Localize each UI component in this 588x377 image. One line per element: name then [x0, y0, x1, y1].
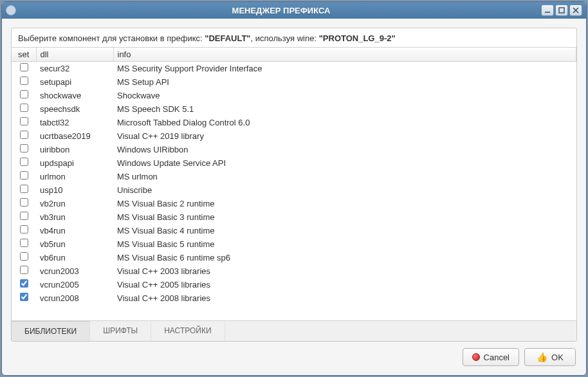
- instruction-wine-value: "PROTON_LG_9-2": [319, 33, 396, 43]
- app-icon: [6, 5, 16, 15]
- components-table: set dll info secur32MS Security Support …: [12, 48, 576, 305]
- row-checkbox[interactable]: [20, 239, 28, 247]
- row-dll-cell: uiribbon: [36, 143, 113, 156]
- table-row[interactable]: vcrun2008Visual C++ 2008 libraries: [12, 291, 576, 305]
- table-row[interactable]: vb6runMS Visual Basic 6 runtime sp6: [12, 251, 576, 264]
- window-controls: [541, 5, 582, 16]
- row-checkbox[interactable]: [20, 104, 28, 112]
- table-row[interactable]: updspapiWindows Update Service API: [12, 156, 576, 170]
- row-checkbox[interactable]: [20, 171, 28, 179]
- row-checkbox[interactable]: [20, 63, 28, 71]
- ok-icon: 👍: [537, 353, 547, 362]
- row-checkbox-cell: [12, 170, 36, 183]
- row-info-cell: Windows UIRibbon: [113, 143, 576, 156]
- row-dll-cell: vb2run: [36, 197, 113, 210]
- row-info-cell: MS Security Support Provider Interface: [113, 62, 576, 75]
- row-dll-cell: vcrun2003: [36, 264, 113, 278]
- row-checkbox[interactable]: [20, 252, 28, 261]
- row-checkbox-cell: [12, 143, 36, 156]
- table-row[interactable]: vb3runMS Visual Basic 3 runtime: [12, 210, 576, 224]
- svg-rect-1: [559, 8, 564, 13]
- instruction-text: Выберите компонент для установки в префи…: [12, 28, 576, 47]
- row-info-cell: MS Speech SDK 5.1: [113, 102, 576, 116]
- table-row[interactable]: setupapiMS Setup API: [12, 75, 576, 89]
- row-info-cell: MS Setup API: [113, 75, 576, 89]
- row-dll-cell: tabctl32: [36, 116, 113, 129]
- prefix-manager-window: МЕНЕДЖЕР ПРЕФИКСА Выберите компонент для…: [1, 1, 587, 376]
- column-header-set[interactable]: set: [12, 48, 36, 62]
- table-row[interactable]: vcrun2003Visual C++ 2003 libraries: [12, 264, 576, 278]
- row-info-cell: MS Visual Basic 6 runtime sp6: [113, 251, 576, 264]
- titlebar[interactable]: МЕНЕДЖЕР ПРЕФИКСА: [2, 2, 586, 19]
- row-checkbox-cell: [12, 278, 36, 291]
- row-info-cell: MS Visual Basic 4 runtime: [113, 224, 576, 237]
- row-checkbox[interactable]: [20, 158, 28, 166]
- row-dll-cell: setupapi: [36, 75, 113, 89]
- table-row[interactable]: urlmonMS urlmon: [12, 170, 576, 183]
- minimize-icon: [544, 7, 551, 14]
- table-row[interactable]: vb2runMS Visual Basic 2 runtime: [12, 197, 576, 210]
- components-table-scroll[interactable]: set dll info secur32MS Security Support …: [12, 47, 576, 321]
- dialog-buttons: Cancel 👍 OK: [11, 342, 577, 366]
- minimize-button[interactable]: [541, 5, 554, 16]
- table-row[interactable]: shockwaveShockwave: [12, 89, 576, 102]
- tab-settings[interactable]: НАСТРОЙКИ: [151, 321, 225, 341]
- row-dll-cell: vb3run: [36, 210, 113, 224]
- tabs-row: БИБЛИОТЕКИ ШРИФТЫ НАСТРОЙКИ: [12, 321, 576, 341]
- table-row[interactable]: vb5runMS Visual Basic 5 runtime: [12, 237, 576, 251]
- row-checkbox[interactable]: [20, 212, 28, 220]
- row-info-cell: Visual C++ 2003 libraries: [113, 264, 576, 278]
- row-checkbox[interactable]: [20, 131, 28, 139]
- row-dll-cell: updspapi: [36, 156, 113, 170]
- row-checkbox-cell: [12, 116, 36, 129]
- row-checkbox[interactable]: [20, 77, 28, 85]
- cancel-button[interactable]: Cancel: [463, 348, 519, 366]
- tab-fonts[interactable]: ШРИФТЫ: [90, 321, 151, 341]
- row-info-cell: Visual C++ 2019 library: [113, 129, 576, 143]
- row-checkbox[interactable]: [20, 293, 28, 301]
- row-dll-cell: speechsdk: [36, 102, 113, 116]
- row-checkbox[interactable]: [20, 198, 28, 207]
- row-checkbox-cell: [12, 75, 36, 89]
- row-checkbox-cell: [12, 291, 36, 305]
- row-checkbox[interactable]: [20, 144, 28, 152]
- row-info-cell: MS urlmon: [113, 170, 576, 183]
- table-row[interactable]: secur32MS Security Support Provider Inte…: [12, 62, 576, 75]
- column-header-dll[interactable]: dll: [36, 48, 113, 62]
- client-area: Выберите компонент для установки в префи…: [2, 19, 586, 375]
- column-header-info[interactable]: info: [113, 48, 576, 62]
- close-button[interactable]: [569, 5, 582, 16]
- row-checkbox-cell: [12, 264, 36, 278]
- row-info-cell: MS Visual Basic 2 runtime: [113, 197, 576, 210]
- row-dll-cell: secur32: [36, 62, 113, 75]
- cancel-icon: [472, 353, 480, 361]
- row-info-cell: Microsoft Tabbed Dialog Control 6.0: [113, 116, 576, 129]
- row-checkbox[interactable]: [20, 279, 28, 288]
- maximize-button[interactable]: [555, 5, 568, 16]
- row-checkbox[interactable]: [20, 185, 28, 193]
- row-info-cell: Windows Update Service API: [113, 156, 576, 170]
- table-row[interactable]: vcrun2005Visual C++ 2005 libraries: [12, 278, 576, 291]
- row-info-cell: Shockwave: [113, 89, 576, 102]
- row-checkbox-cell: [12, 210, 36, 224]
- table-row[interactable]: uiribbonWindows UIRibbon: [12, 143, 576, 156]
- row-checkbox-cell: [12, 237, 36, 251]
- row-dll-cell: vb4run: [36, 224, 113, 237]
- table-row[interactable]: usp10Uniscribe: [12, 183, 576, 197]
- instruction-mid: , используя wine:: [251, 33, 319, 43]
- row-dll-cell: vcrun2005: [36, 278, 113, 291]
- ok-button[interactable]: 👍 OK: [524, 348, 576, 366]
- tab-libraries[interactable]: БИБЛИОТЕКИ: [12, 321, 90, 341]
- row-checkbox[interactable]: [20, 117, 28, 125]
- row-checkbox[interactable]: [20, 266, 28, 274]
- table-row[interactable]: vb4runMS Visual Basic 4 runtime: [12, 224, 576, 237]
- row-checkbox[interactable]: [20, 90, 28, 98]
- row-info-cell: Visual C++ 2008 libraries: [113, 291, 576, 305]
- row-info-cell: Uniscribe: [113, 183, 576, 197]
- table-row[interactable]: tabctl32Microsoft Tabbed Dialog Control …: [12, 116, 576, 129]
- table-row[interactable]: ucrtbase2019Visual C++ 2019 library: [12, 129, 576, 143]
- row-checkbox[interactable]: [20, 225, 28, 234]
- row-checkbox-cell: [12, 129, 36, 143]
- ok-label: OK: [551, 353, 564, 362]
- table-row[interactable]: speechsdkMS Speech SDK 5.1: [12, 102, 576, 116]
